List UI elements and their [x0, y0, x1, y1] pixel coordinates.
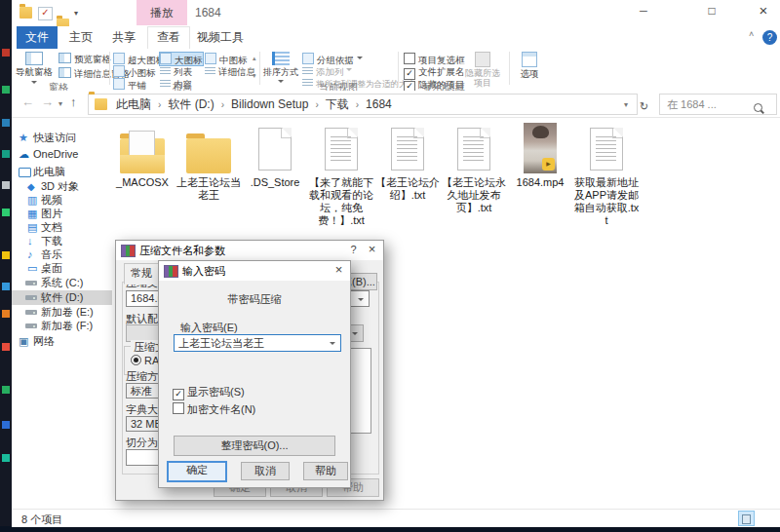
dialog-help-icon[interactable] — [346, 242, 361, 258]
sidebar-item-this-pc[interactable]: 此电脑 — [12, 165, 112, 179]
screen: { "titlebar": { "contextual_header": "播放… — [0, 0, 780, 532]
file-item-txt-4[interactable]: 获取最新地址及APP请发邮箱自动获取.txt — [573, 123, 640, 227]
layout-scroll-down-icon[interactable]: ▾ — [253, 72, 256, 80]
password-cancel-button[interactable]: 取消 — [241, 462, 290, 480]
options-button[interactable]: 选项 — [513, 50, 546, 89]
collapse-ribbon-icon[interactable] — [749, 29, 754, 39]
sidebar-item-software-d[interactable]: 软件 (D:) — [12, 290, 112, 305]
item-checkboxes-checkbox[interactable]: 项目复选框 — [404, 53, 465, 65]
dialog-close-icon[interactable] — [364, 242, 380, 258]
tab-home[interactable]: 主页 — [61, 26, 100, 49]
medium-icons-icon — [205, 53, 216, 64]
sidebar-item-desktop[interactable]: 桌面 — [12, 261, 112, 276]
status-bar: 8 个项目 — [12, 509, 780, 527]
chevron-down-icon — [352, 332, 358, 338]
search-input[interactable]: 在 1684 ... — [659, 94, 777, 115]
search-icon — [754, 103, 762, 112]
help-icon[interactable] — [762, 30, 777, 45]
computer-icon — [19, 168, 31, 177]
group-by-button[interactable]: 分组依据 — [302, 53, 363, 65]
ribbon: 导航窗格 预览窗格 详细信息窗格 窗格 超大图标 大图标 中图标 小图标 列表 … — [12, 49, 780, 92]
details-view-toggle[interactable] — [722, 512, 736, 525]
tab-file[interactable]: 文件 — [17, 26, 58, 49]
file-icon — [258, 128, 292, 171]
view-large-icons[interactable]: 大图标 — [160, 53, 203, 65]
desktop-icon — [2, 209, 10, 216]
file-item-txt-2[interactable]: 【老王论坛介绍】.txt — [374, 123, 441, 202]
forward-button[interactable]: → — [41, 95, 54, 109]
tab-share[interactable]: 共享 — [104, 26, 143, 49]
desktop-edge — [0, 0, 12, 532]
file-item-ds-store[interactable]: .DS_Store — [242, 123, 308, 189]
view-details[interactable]: 详细信息 — [205, 65, 255, 78]
video-thumbnail — [524, 123, 557, 173]
breadcrumb-bilidown-setup[interactable]: Bilidown Setup — [224, 97, 315, 111]
file-item-txt-3[interactable]: 【老王论坛永久地址发布页】.txt — [441, 123, 507, 214]
star-icon — [19, 132, 28, 144]
sidebar-item-system-c[interactable]: 系统 (C:) — [12, 276, 112, 290]
breadcrumb-drive-d[interactable]: 软件 (D:) — [161, 96, 220, 113]
breadcrumb-this-pc[interactable]: 此电脑 — [109, 96, 158, 113]
layout-scroll-up-icon[interactable]: ▴ — [253, 55, 256, 62]
sidebar-item-pictures[interactable]: 图片 — [12, 207, 112, 221]
sidebar-item-downloads[interactable]: 下载 — [12, 234, 112, 248]
tab-view[interactable]: 查看 — [147, 26, 190, 50]
qat-customize-icon[interactable] — [74, 9, 78, 18]
close-button[interactable] — [747, 0, 780, 23]
music-icon — [27, 248, 33, 261]
password-input-label: 输入密码(E) — [180, 321, 238, 335]
password-help-button[interactable]: 帮助 — [303, 462, 348, 480]
file-item-txt-1[interactable]: 【来了就能下载和观看的论坛，纯免费！】.txt — [308, 123, 374, 227]
maximize-button[interactable] — [695, 0, 728, 23]
contextual-tab-header[interactable]: 播放 — [136, 0, 187, 25]
sidebar-item-network[interactable]: 网络 — [12, 334, 112, 349]
file-extensions-checkbox[interactable]: 文件扩展名 — [404, 65, 465, 78]
encrypt-names-checkbox[interactable]: 加密文件名(N) — [173, 402, 255, 417]
view-small-icons[interactable]: 小图标 — [113, 65, 156, 78]
file-item-macosx[interactable]: _MACOSX — [109, 123, 176, 189]
view-xl-icons[interactable]: 超大图标 — [113, 53, 165, 65]
view-medium-icons[interactable]: 中图标 — [205, 53, 248, 65]
show-password-checkbox[interactable]: 显示密码(S) — [173, 385, 245, 400]
checkbox-icon — [173, 402, 184, 414]
view-tiles[interactable]: 平铺 — [113, 78, 146, 91]
details-pane-icon — [58, 67, 71, 78]
refresh-icon[interactable] — [640, 96, 648, 114]
sidebar-item-onedrive[interactable]: OneDrive — [12, 147, 112, 162]
up-button[interactable]: ↑ — [70, 95, 77, 109]
minimize-button[interactable] — [627, 0, 660, 23]
sidebar-item-3d-objects[interactable]: 3D 对象 — [12, 179, 112, 194]
sidebar-item-music[interactable]: 音乐 — [12, 247, 112, 262]
sort-by-button[interactable]: 排序方式 — [262, 50, 299, 89]
group-separator — [259, 52, 260, 85]
organize-passwords-button[interactable]: 整理密码(O)... — [174, 436, 335, 456]
title-bar: 播放 1684 — [12, 0, 780, 26]
explorer-icon[interactable] — [20, 7, 32, 19]
view-list[interactable]: 列表 — [160, 65, 192, 78]
tab-general[interactable]: 常规 — [124, 263, 159, 285]
sidebar-item-volume-f[interactable]: 新加卷 (F:) — [12, 319, 112, 333]
password-combobox[interactable]: 上老王论坛当老王 — [174, 334, 341, 352]
history-dropdown-icon[interactable]: ▾ — [58, 99, 62, 108]
sidebar-item-videos[interactable]: 视频 — [12, 193, 112, 208]
breadcrumb-1684[interactable]: 1684 — [359, 97, 399, 111]
sidebar-item-volume-e[interactable]: 新加卷 (E:) — [12, 305, 112, 320]
password-ok-button[interactable]: 确定 — [167, 461, 227, 482]
details-view-icon — [205, 67, 215, 76]
radio-selected-icon — [131, 355, 141, 365]
checkbox-icon — [404, 53, 415, 64]
tab-video-tools[interactable]: 视频工具 — [192, 26, 249, 49]
properties-qat-icon[interactable] — [38, 7, 53, 20]
breadcrumb-downloads[interactable]: 下载 — [319, 96, 356, 113]
address-dropdown-icon[interactable]: ▾ — [624, 100, 628, 109]
sidebar-item-documents[interactable]: 文档 — [12, 220, 112, 235]
back-button[interactable]: ← — [21, 95, 34, 109]
file-item-video[interactable]: 1684.mp4 — [507, 123, 573, 189]
dialog-close-icon[interactable] — [331, 262, 347, 279]
file-name: 获取最新地址及APP请发邮箱自动获取.txt — [573, 176, 640, 227]
thumbnail-view-toggle[interactable] — [739, 512, 754, 525]
file-item-folder[interactable]: 上老王论坛当老王 — [176, 123, 242, 202]
chevron-down-icon — [278, 80, 284, 86]
preview-pane-button[interactable]: 预览窗格 — [58, 53, 111, 65]
sidebar-item-quick-access[interactable]: 快速访问 — [12, 131, 112, 145]
